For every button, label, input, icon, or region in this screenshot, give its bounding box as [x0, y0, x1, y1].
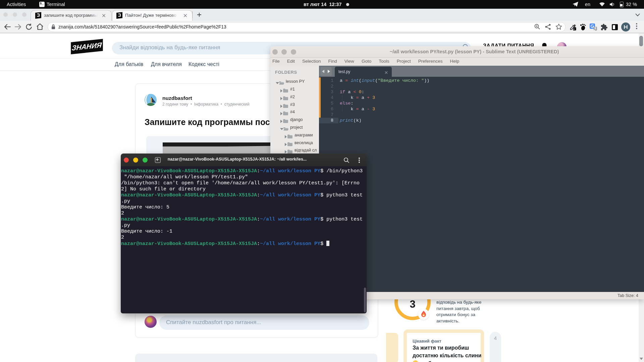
svg-text:1: 1: [150, 97, 153, 104]
